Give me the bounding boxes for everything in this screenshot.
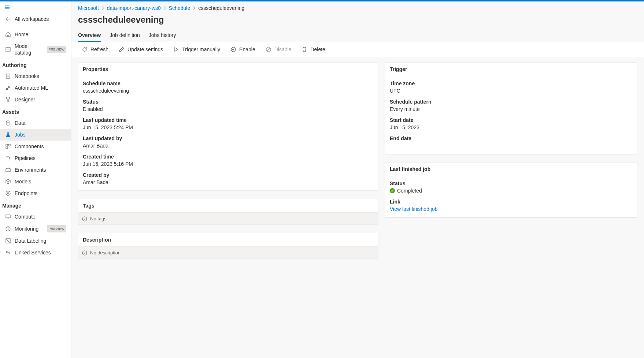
check-circle-icon xyxy=(390,188,395,193)
properties-card: Properties Schedule namecssscheduleeveni… xyxy=(78,62,378,191)
field-label: Created by xyxy=(83,171,374,179)
field-value: cssscheduleevening xyxy=(83,87,374,94)
delete-button[interactable]: Delete xyxy=(298,44,329,55)
trash-icon xyxy=(301,46,307,52)
compute-icon xyxy=(5,214,11,220)
sidebar-section-manage: Manage xyxy=(0,199,71,211)
sidebar-item-model-catalog[interactable]: Model catalog Preview xyxy=(0,40,71,59)
pipeline-icon xyxy=(5,155,11,161)
description-empty: No description xyxy=(78,247,378,258)
card-header: Trigger xyxy=(385,63,637,76)
chevron-right-icon xyxy=(163,6,167,10)
chevron-right-icon xyxy=(192,6,196,10)
hamburger-button[interactable] xyxy=(0,1,71,13)
breadcrumb-current: cssscheduleevening xyxy=(198,5,244,11)
field-value: Jun 15, 2023 xyxy=(390,124,633,131)
svg-marker-28 xyxy=(175,48,178,51)
trigger-manually-button[interactable]: Trigger manually xyxy=(170,44,224,55)
breadcrumb-link[interactable]: Microsoft xyxy=(78,5,99,11)
chevron-right-icon xyxy=(101,6,105,10)
endpoints-icon xyxy=(5,190,11,196)
sidebar-item-environments[interactable]: Environments xyxy=(0,164,71,176)
update-settings-button[interactable]: Update settings xyxy=(115,44,167,55)
environments-icon xyxy=(5,167,11,173)
data-icon xyxy=(5,120,11,126)
sidebar-item-label: Designer xyxy=(15,96,66,103)
arrow-left-icon xyxy=(5,16,11,22)
sidebar-section-assets: Assets xyxy=(0,105,71,117)
sidebar-item-monitoring[interactable]: Monitoring Preview xyxy=(0,223,71,235)
field-label: Start date xyxy=(390,116,633,124)
button-label: Enable xyxy=(239,46,255,52)
field-label: Link xyxy=(390,198,633,205)
sidebar-item-models[interactable]: Models xyxy=(0,176,71,187)
svg-point-9 xyxy=(6,88,8,90)
sidebar-item-notebooks[interactable]: Notebooks xyxy=(0,70,71,82)
sidebar-item-label: Linked Services xyxy=(15,249,66,256)
sidebar-item-home[interactable]: Home xyxy=(0,29,71,40)
tab-jobs-history[interactable]: Jobs history xyxy=(149,29,176,42)
status-value: Completed xyxy=(390,187,633,194)
field-label: Status xyxy=(390,180,633,187)
sidebar-item-label: Jobs xyxy=(15,131,66,138)
sidebar-item-label: Notebooks xyxy=(15,73,66,79)
button-label: Trigger manually xyxy=(182,46,220,52)
svg-rect-15 xyxy=(6,144,8,146)
sidebar-item-data[interactable]: Data xyxy=(0,117,71,129)
breadcrumb: Microsoft data-import-canary-ws0 Schedul… xyxy=(71,1,644,12)
card-header: Description xyxy=(78,233,378,247)
svg-rect-20 xyxy=(6,169,10,172)
sidebar: All workspaces Home Model catalog Previe… xyxy=(0,1,71,358)
enable-button[interactable]: Enable xyxy=(227,44,259,55)
sidebar-item-linked-services[interactable]: Linked Services xyxy=(0,247,71,258)
breadcrumb-link[interactable]: data-import-canary-ws0 xyxy=(107,5,161,11)
sidebar-item-data-labeling[interactable]: Data Labeling xyxy=(0,235,71,247)
tab-overview[interactable]: Overview xyxy=(78,29,101,42)
field-label: Created time xyxy=(83,153,374,160)
svg-line-31 xyxy=(267,48,270,51)
field-label: Schedule pattern xyxy=(390,98,633,105)
svg-point-13 xyxy=(8,101,9,102)
sidebar-item-automated-ml[interactable]: Automated ML xyxy=(0,82,71,94)
sidebar-item-designer[interactable]: Designer xyxy=(0,94,71,105)
sidebar-item-jobs[interactable]: Jobs xyxy=(0,129,71,141)
field-value: -- xyxy=(390,142,633,149)
svg-point-21 xyxy=(6,191,10,195)
menu-icon xyxy=(4,4,10,10)
all-workspaces-link[interactable]: All workspaces xyxy=(0,13,71,25)
button-label: Refresh xyxy=(90,46,108,52)
field-label: End date xyxy=(390,135,633,142)
sidebar-item-pipelines[interactable]: Pipelines xyxy=(0,152,71,164)
field-value: Jun 15, 2023 5:24 PM xyxy=(83,124,374,131)
play-icon xyxy=(173,46,179,52)
sidebar-item-label: Home xyxy=(15,31,66,38)
sidebar-item-components[interactable]: Components xyxy=(0,141,71,152)
tab-job-definition[interactable]: Job definition xyxy=(110,29,140,42)
refresh-button[interactable]: Refresh xyxy=(78,44,112,55)
empty-text: No description xyxy=(90,250,121,256)
sidebar-item-endpoints[interactable]: Endpoints xyxy=(0,187,71,199)
prohibit-icon xyxy=(266,46,271,52)
notebook-icon xyxy=(5,73,11,79)
view-last-finished-job-link[interactable]: View last finished job xyxy=(390,206,437,212)
tags-card: Tags No tags xyxy=(78,199,378,225)
svg-point-22 xyxy=(7,193,9,194)
field-label: Last updated by xyxy=(83,135,374,142)
sidebar-item-label: Model catalog xyxy=(15,43,43,56)
catalog-icon xyxy=(5,46,11,52)
command-bar: Refresh Update settings Trigger manually… xyxy=(71,42,644,57)
trigger-card: Trigger Time zoneUTC Schedule patternEve… xyxy=(385,62,637,154)
button-label: Disable xyxy=(274,46,292,52)
sidebar-item-compute[interactable]: Compute xyxy=(0,211,71,223)
sidebar-item-label: Environments xyxy=(15,167,66,173)
svg-point-10 xyxy=(8,86,10,87)
flask-icon xyxy=(5,132,11,138)
components-icon xyxy=(5,143,11,149)
sidebar-section-authoring: Authoring xyxy=(0,59,71,70)
info-icon xyxy=(82,216,87,221)
breadcrumb-link[interactable]: Schedule xyxy=(169,5,190,11)
sidebar-item-label: All workspaces xyxy=(15,16,66,22)
svg-rect-23 xyxy=(6,215,10,218)
svg-point-11 xyxy=(6,98,7,99)
tab-bar: Overview Job definition Jobs history xyxy=(71,29,644,42)
